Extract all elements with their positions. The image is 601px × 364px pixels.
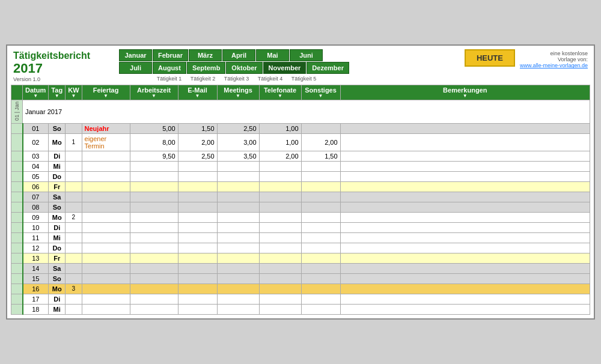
cell-kw[interactable] bbox=[66, 192, 82, 202]
btn-august[interactable]: August bbox=[153, 62, 186, 74]
cell-kw[interactable] bbox=[66, 222, 82, 232]
cell-sonstiges[interactable] bbox=[301, 304, 340, 314]
cell-bemerkungen[interactable] bbox=[340, 212, 590, 222]
cell-feiertag[interactable] bbox=[82, 294, 130, 304]
bemerkungen-dropdown-arrow[interactable]: ▼ bbox=[343, 94, 587, 99]
cell-sonstiges[interactable] bbox=[301, 181, 340, 192]
cell-bemerkungen[interactable] bbox=[340, 181, 590, 192]
cell-meetings[interactable] bbox=[217, 294, 259, 304]
cell-tag[interactable]: Di bbox=[49, 294, 66, 304]
cell-bemerkungen[interactable] bbox=[340, 294, 590, 304]
btn-juli[interactable]: Juli bbox=[119, 62, 152, 74]
btn-mai[interactable]: Mai bbox=[256, 49, 289, 61]
cell-email[interactable]: 2,00 bbox=[178, 133, 217, 151]
cell-bemerkungen[interactable] bbox=[340, 222, 590, 232]
cell-feiertag[interactable] bbox=[82, 222, 130, 232]
cell-kw[interactable] bbox=[66, 263, 82, 273]
cell-bemerkungen[interactable] bbox=[340, 253, 590, 263]
cell-email[interactable] bbox=[178, 243, 217, 253]
cell-sonstiges[interactable]: 1,50 bbox=[301, 151, 340, 161]
cell-bemerkungen[interactable] bbox=[340, 202, 590, 212]
cell-bemerkungen[interactable] bbox=[340, 273, 590, 284]
col-arbeitszeit-header[interactable]: Arbeitszeit ▼ bbox=[130, 85, 178, 100]
cell-sonstiges[interactable] bbox=[301, 171, 340, 181]
cell-kw[interactable]: 2 bbox=[66, 212, 82, 222]
cell-bemerkungen[interactable] bbox=[340, 304, 590, 314]
btn-november[interactable]: November bbox=[263, 62, 307, 74]
cell-tag[interactable]: So bbox=[49, 123, 66, 133]
cell-email[interactable] bbox=[178, 222, 217, 232]
cell-sonstiges[interactable] bbox=[301, 222, 340, 232]
cell-email[interactable] bbox=[178, 212, 217, 222]
cell-meetings[interactable] bbox=[217, 284, 259, 294]
cell-kw[interactable] bbox=[66, 202, 82, 212]
cell-feiertag[interactable] bbox=[82, 243, 130, 253]
cell-meetings[interactable] bbox=[217, 192, 259, 202]
cell-kw[interactable] bbox=[66, 243, 82, 253]
cell-meetings[interactable] bbox=[217, 263, 259, 273]
cell-telefonate[interactable] bbox=[259, 294, 301, 304]
cell-datum[interactable]: 11 bbox=[23, 232, 49, 243]
cell-kw[interactable]: 3 bbox=[66, 284, 82, 294]
cell-kw[interactable] bbox=[66, 253, 82, 263]
info-link[interactable]: www.alle-meine-vorlagen.de bbox=[520, 62, 588, 68]
cell-feiertag[interactable] bbox=[82, 273, 130, 284]
cell-kw[interactable] bbox=[66, 123, 82, 133]
cell-arbeitszeit[interactable]: 5,00 bbox=[130, 123, 178, 133]
cell-arbeitszeit[interactable] bbox=[130, 222, 178, 232]
cell-telefonate[interactable] bbox=[259, 171, 301, 181]
cell-feiertag[interactable] bbox=[82, 253, 130, 263]
col-kw-header[interactable]: KW ▼ bbox=[66, 85, 82, 100]
cell-telefonate[interactable]: 1,00 bbox=[259, 133, 301, 151]
cell-datum[interactable]: 01 bbox=[23, 123, 49, 133]
cell-arbeitszeit[interactable] bbox=[130, 243, 178, 253]
cell-feiertag[interactable] bbox=[82, 212, 130, 222]
cell-arbeitszeit[interactable]: 8,00 bbox=[130, 133, 178, 151]
col-bemerkungen-header[interactable]: Bemerkungen ▼ bbox=[340, 85, 590, 100]
cell-tag[interactable]: So bbox=[49, 273, 66, 284]
cell-feiertag[interactable] bbox=[82, 232, 130, 243]
cell-tag[interactable]: Mo bbox=[49, 133, 66, 151]
col-meetings-header[interactable]: Meetings ▼ bbox=[217, 85, 259, 100]
cell-meetings[interactable] bbox=[217, 181, 259, 192]
cell-tag[interactable]: Sa bbox=[49, 263, 66, 273]
cell-meetings[interactable] bbox=[217, 171, 259, 181]
cell-meetings[interactable] bbox=[217, 222, 259, 232]
cell-meetings[interactable] bbox=[217, 273, 259, 284]
cell-telefonate[interactable] bbox=[259, 212, 301, 222]
cell-datum[interactable]: 04 bbox=[23, 161, 49, 171]
cell-email[interactable] bbox=[178, 253, 217, 263]
cell-tag[interactable]: Mo bbox=[49, 284, 66, 294]
cell-kw[interactable] bbox=[66, 171, 82, 181]
cell-tag[interactable]: Di bbox=[49, 151, 66, 161]
cell-sonstiges[interactable]: 2,00 bbox=[301, 133, 340, 151]
cell-email[interactable] bbox=[178, 202, 217, 212]
cell-tag[interactable]: Fr bbox=[49, 253, 66, 263]
cell-arbeitszeit[interactable] bbox=[130, 171, 178, 181]
cell-datum[interactable]: 07 bbox=[23, 192, 49, 202]
cell-tag[interactable]: Mo bbox=[49, 212, 66, 222]
cell-telefonate[interactable] bbox=[259, 263, 301, 273]
cell-tag[interactable]: Fr bbox=[49, 181, 66, 192]
cell-arbeitszeit[interactable] bbox=[130, 294, 178, 304]
cell-telefonate[interactable] bbox=[259, 273, 301, 284]
cell-feiertag[interactable] bbox=[82, 202, 130, 212]
heute-button[interactable]: HEUTE bbox=[465, 49, 515, 67]
cell-arbeitszeit[interactable] bbox=[130, 161, 178, 171]
cell-email[interactable] bbox=[178, 294, 217, 304]
cell-telefonate[interactable] bbox=[259, 253, 301, 263]
cell-bemerkungen[interactable] bbox=[340, 263, 590, 273]
cell-datum[interactable]: 17 bbox=[23, 294, 49, 304]
cell-feiertag[interactable] bbox=[82, 151, 130, 161]
cell-email[interactable] bbox=[178, 171, 217, 181]
cell-sonstiges[interactable] bbox=[301, 243, 340, 253]
cell-sonstiges[interactable] bbox=[301, 273, 340, 284]
cell-meetings[interactable]: 3,50 bbox=[217, 151, 259, 161]
cell-arbeitszeit[interactable] bbox=[130, 263, 178, 273]
col-sonstiges-header[interactable]: Sonstiges ▼ bbox=[301, 85, 340, 100]
cell-sonstiges[interactable] bbox=[301, 284, 340, 294]
cell-arbeitszeit[interactable] bbox=[130, 181, 178, 192]
cell-telefonate[interactable] bbox=[259, 304, 301, 314]
cell-feiertag[interactable]: eigener Termin bbox=[82, 133, 130, 151]
cell-sonstiges[interactable] bbox=[301, 202, 340, 212]
